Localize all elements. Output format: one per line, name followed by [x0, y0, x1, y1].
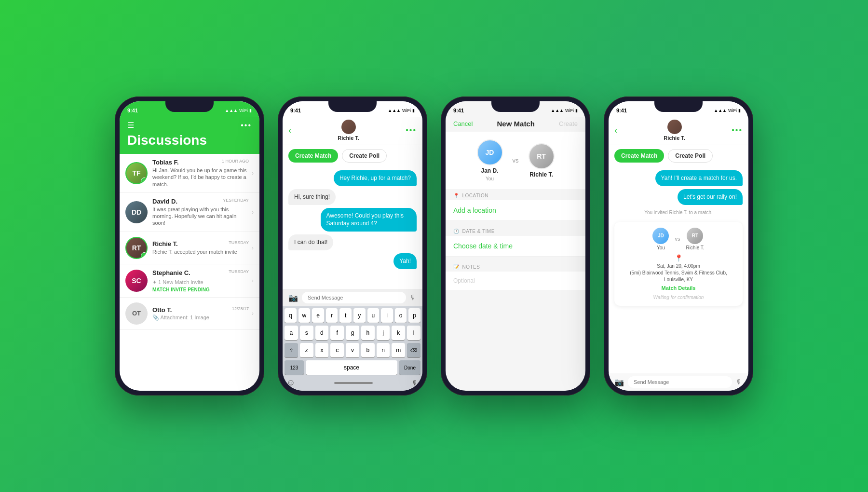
notch-4: [654, 101, 703, 112]
notes-field[interactable]: Optional: [446, 272, 585, 290]
create-poll-button[interactable]: Create Poll: [342, 149, 387, 163]
key-z[interactable]: z: [300, 343, 313, 357]
phone-3-new-match: 9:41 ▲▲▲ WiFi ▮ Cancel New Match Create …: [441, 96, 590, 396]
chat-header-4: ‹ Richie T. •••: [609, 117, 748, 145]
camera-icon[interactable]: 📷: [288, 293, 298, 302]
section-label: LOCATION: [462, 193, 488, 198]
menu-icon[interactable]: ☰: [127, 121, 134, 130]
notch-2: [328, 101, 377, 112]
key-i[interactable]: i: [381, 308, 393, 323]
list-item[interactable]: OT Otto T. 12/28/17 📎 Attachment: 1 Imag…: [120, 298, 259, 330]
key-p[interactable]: p: [408, 308, 420, 323]
chat-action-bar: Create Match Create Poll: [283, 145, 422, 166]
key-b[interactable]: b: [361, 343, 375, 357]
vs-label: vs: [513, 157, 519, 164]
key-t[interactable]: t: [339, 308, 352, 323]
create-poll-button[interactable]: Create Poll: [668, 149, 713, 163]
message-preview: Hi Jan. Would you be up for a game this …: [152, 167, 249, 188]
status-bar-3: 9:41 ▲▲▲ WiFi ▮: [446, 101, 585, 117]
list-item[interactable]: DD David D. YESTERDAY It was great playi…: [120, 193, 259, 232]
contact-avatar: [667, 120, 682, 134]
avatar: OT: [125, 302, 148, 325]
key-e[interactable]: e: [312, 308, 324, 323]
key-h[interactable]: h: [361, 326, 375, 340]
datetime-placeholder: Choose date & time: [453, 242, 513, 250]
key-o[interactable]: o: [395, 308, 407, 323]
name-row: Tobias F. 1 HOUR AGO: [152, 159, 249, 166]
create-button[interactable]: Create: [559, 120, 578, 127]
key-q[interactable]: q: [285, 308, 297, 323]
key-shift[interactable]: ⇧: [285, 343, 298, 357]
key-j[interactable]: j: [377, 326, 390, 340]
contact-name: Stephanie C.: [152, 269, 190, 276]
chevron-right-icon: ›: [252, 245, 254, 251]
emoji-icon[interactable]: ☺: [286, 378, 295, 388]
header-top: ☰ •••: [127, 121, 252, 130]
datetime-field[interactable]: Choose date & time: [446, 236, 585, 257]
avatar: DD: [125, 201, 148, 223]
key-u[interactable]: u: [367, 308, 380, 323]
match-date-text: Sat, Jan 20, 4:00pm: [620, 263, 737, 270]
key-backspace[interactable]: ⌫: [407, 343, 420, 357]
back-button[interactable]: ‹: [288, 125, 291, 136]
avatar-initials: OT: [132, 310, 141, 317]
star-badge: ★: [141, 178, 148, 184]
message-input[interactable]: [628, 376, 732, 388]
mic-icon[interactable]: 🎙: [736, 378, 743, 386]
more-options-icon[interactable]: •••: [241, 121, 252, 130]
battery-icon: ▮: [249, 108, 252, 113]
mic-icon[interactable]: 🎙: [412, 379, 419, 387]
key-w[interactable]: w: [298, 308, 311, 323]
discussion-content: Richie T. TUESDAY Richie T. accepted you…: [152, 240, 249, 255]
key-k[interactable]: k: [392, 326, 405, 340]
key-done[interactable]: Done: [399, 360, 420, 375]
discussion-content: David D. YESTERDAY It was great playing …: [152, 198, 249, 227]
create-match-button[interactable]: Create Match: [614, 149, 664, 163]
key-n[interactable]: n: [377, 343, 390, 357]
avatar-initials: SC: [132, 277, 141, 285]
back-button[interactable]: ‹: [614, 125, 617, 136]
key-x[interactable]: x: [315, 343, 329, 357]
key-v[interactable]: v: [346, 343, 359, 357]
notes-section-header: 📝 NOTES: [446, 260, 585, 272]
key-m[interactable]: m: [392, 343, 405, 357]
list-item[interactable]: RT ★ Richie T. TUESDAY Richie T. accepte…: [120, 232, 259, 264]
match-form: 📍 LOCATION Add a location 🕐 DATE & TIME …: [446, 189, 585, 391]
key-a[interactable]: a: [285, 326, 298, 340]
key-space[interactable]: space: [306, 360, 397, 375]
message-input[interactable]: [302, 292, 406, 303]
match-details-link[interactable]: Match Details: [620, 285, 737, 291]
list-item[interactable]: SC Stephanie C. TUESDAY ✦ 1 New Match In…: [120, 264, 259, 298]
key-r[interactable]: r: [326, 308, 338, 323]
location-pin-icon: 📍: [620, 254, 737, 262]
timestamp: 12/28/17: [232, 306, 249, 314]
chevron-right-icon: ›: [252, 277, 254, 284]
create-match-button[interactable]: Create Match: [288, 149, 338, 163]
name-row: Richie T. TUESDAY: [152, 240, 249, 247]
notes-icon: 📝: [453, 264, 460, 270]
key-l[interactable]: l: [407, 326, 420, 340]
camera-icon[interactable]: 📷: [614, 378, 624, 387]
cancel-button[interactable]: Cancel: [453, 120, 473, 127]
location-field[interactable]: Add a location: [446, 200, 585, 221]
more-options-icon[interactable]: •••: [732, 126, 743, 135]
key-y[interactable]: y: [353, 308, 366, 323]
more-options-icon[interactable]: •••: [406, 126, 417, 135]
key-g[interactable]: g: [346, 326, 359, 340]
battery-icon: ▮: [738, 108, 741, 113]
key-c[interactable]: c: [330, 343, 344, 357]
key-s[interactable]: s: [300, 326, 313, 340]
discussion-content: Otto T. 12/28/17 📎 Attachment: 1 Image: [152, 306, 249, 321]
key-123[interactable]: 123: [285, 360, 304, 375]
list-item[interactable]: TF ★ Tobias F. 1 HOUR AGO Hi Jan. Would …: [120, 154, 259, 193]
discussion-content: Tobias F. 1 HOUR AGO Hi Jan. Would you b…: [152, 159, 249, 188]
key-f[interactable]: f: [330, 326, 344, 340]
contact-name: Tobias F.: [152, 159, 179, 166]
mic-icon[interactable]: 🎙: [410, 294, 417, 301]
signal-icon: ▲▲▲: [225, 108, 238, 113]
message-bubble: I can do that!: [288, 234, 333, 250]
player2-name: Richie T.: [529, 171, 553, 178]
key-d[interactable]: d: [315, 326, 329, 340]
waiting-confirmation-text: Waiting for confirmation: [620, 295, 737, 300]
status-bar-2: 9:41 ▲▲▲ WiFi ▮: [283, 101, 422, 117]
